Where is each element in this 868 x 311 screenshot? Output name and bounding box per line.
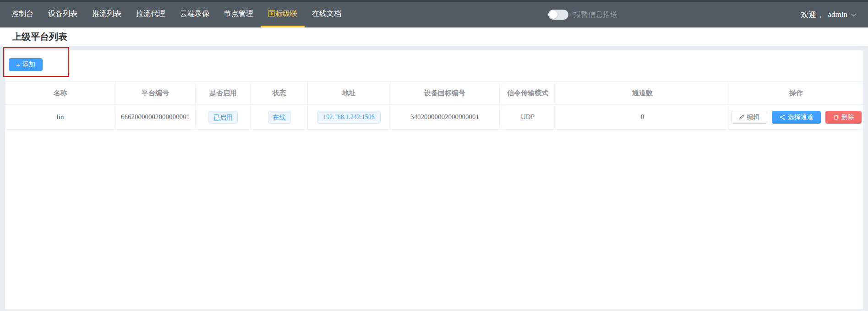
- platform-table: 名称 平台编号 是否启用 状态 地址 设备国标编号 信令传输模式 通道数 操作 …: [5, 82, 863, 130]
- column-header-channels: 通道数: [556, 82, 729, 105]
- address-badge: 192.168.1.242:1506: [317, 111, 380, 124]
- cell-enabled: 已启用: [196, 105, 251, 130]
- username: admin: [828, 10, 848, 19]
- alarm-push-label: 报警信息推送: [573, 10, 617, 20]
- toolbar: + 添加: [5, 50, 863, 82]
- plus-icon: +: [16, 61, 20, 68]
- column-header-transport: 信令传输模式: [500, 82, 556, 105]
- nav-tab-push-list[interactable]: 推流列表: [85, 2, 129, 27]
- cell-name: lin: [5, 105, 115, 130]
- greeting-text: 欢迎，: [801, 10, 824, 20]
- cell-transport: UDP: [500, 105, 556, 130]
- nav-tab-pull-proxy[interactable]: 拉流代理: [129, 2, 173, 27]
- edit-button-label: 编辑: [747, 113, 760, 121]
- delete-button-label: 删除: [841, 113, 854, 121]
- cell-gb-id: 34020000002000000001: [390, 105, 500, 130]
- cell-status: 在线: [251, 105, 308, 130]
- nav-tab-console[interactable]: 控制台: [4, 2, 41, 27]
- toggle-knob-icon: [549, 11, 557, 19]
- add-button-label: 添加: [22, 60, 35, 69]
- table-header-row: 名称 平台编号 是否启用 状态 地址 设备国标编号 信令传输模式 通道数 操作: [5, 82, 863, 105]
- column-header-enabled: 是否启用: [196, 82, 251, 105]
- nav-tabs: 控制台 设备列表 推流列表 拉流代理 云端录像 节点管理 国标级联 在线文档: [4, 2, 349, 27]
- row-actions: 编辑 选择通道: [729, 111, 863, 124]
- column-header-name: 名称: [5, 82, 115, 105]
- column-header-status: 状态: [251, 82, 308, 105]
- status-badge: 在线: [268, 111, 291, 124]
- cell-channels: 0: [556, 105, 729, 130]
- alarm-push-group: 报警信息推送: [548, 2, 617, 27]
- alarm-push-toggle[interactable]: [548, 10, 568, 20]
- page-header: 上级平台列表: [0, 27, 868, 46]
- cell-operations: 编辑 选择通道: [729, 105, 863, 130]
- nav-tab-node-manage[interactable]: 节点管理: [217, 2, 261, 27]
- column-header-platform-id: 平台编号: [115, 82, 196, 105]
- page-title: 上级平台列表: [12, 31, 67, 43]
- nav-tab-gb-cascade[interactable]: 国标级联: [261, 2, 305, 27]
- content-card: + 添加 名称 平台编号 是否启用 状态 地址 设备国标编号 信令传输模式 通道…: [5, 50, 863, 309]
- nav-tab-device-list[interactable]: 设备列表: [41, 2, 85, 27]
- enabled-badge: 已启用: [208, 111, 238, 124]
- chevron-down-icon: [851, 13, 856, 17]
- user-menu[interactable]: 欢迎，admin: [801, 2, 857, 27]
- cell-address: 192.168.1.242:1506: [308, 105, 390, 130]
- separator-band: [0, 46, 868, 50]
- top-navbar: 控制台 设备列表 推流列表 拉流代理 云端录像 节点管理 国标级联 在线文档 报…: [0, 0, 868, 27]
- nav-tab-cloud-record[interactable]: 云端录像: [173, 2, 217, 27]
- select-channel-button[interactable]: 选择通道: [772, 111, 821, 124]
- delete-button[interactable]: 删除: [825, 111, 862, 124]
- pencil-icon: [738, 114, 745, 120]
- select-channel-label: 选择通道: [788, 113, 813, 121]
- edit-button[interactable]: 编辑: [731, 111, 767, 124]
- share-icon: [779, 114, 786, 120]
- column-header-operations: 操作: [729, 82, 863, 105]
- nav-tab-online-docs[interactable]: 在线文档: [305, 2, 349, 27]
- column-header-address: 地址: [308, 82, 390, 105]
- add-button[interactable]: + 添加: [9, 58, 43, 71]
- cell-platform-id: 66620000002000000001: [115, 105, 196, 130]
- trash-icon: [833, 114, 839, 120]
- table-row: lin 66620000002000000001 已启用 在线 192.168.…: [5, 105, 863, 130]
- column-header-gb-id: 设备国标编号: [390, 82, 500, 105]
